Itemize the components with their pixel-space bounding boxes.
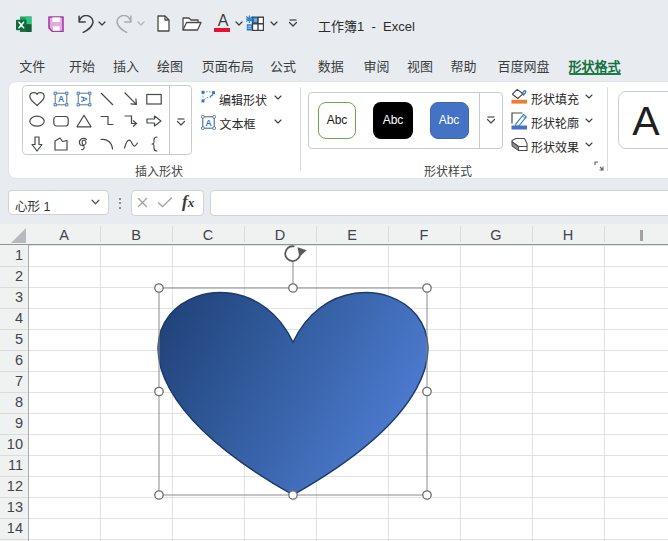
svg-text:A: A	[58, 94, 64, 104]
svg-text:A: A	[79, 95, 89, 101]
svg-text:A: A	[205, 118, 211, 128]
